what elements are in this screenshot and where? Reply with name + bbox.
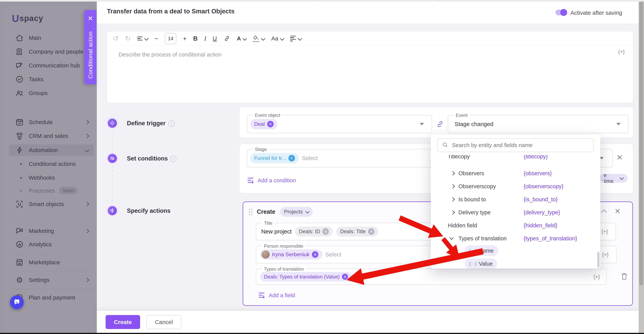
info-icon[interactable]: i	[168, 120, 175, 127]
drawer-close-button[interactable]: ✕	[84, 14, 96, 22]
font-size-value[interactable]: 14	[165, 33, 176, 44]
footer-bar: Create Cancel	[97, 311, 639, 333]
remove-chip-icon[interactable]: ✕	[288, 155, 295, 161]
redo-button[interactable]: ↻	[125, 34, 131, 42]
add-field-button[interactable]: Add a field	[259, 292, 295, 299]
person-chip[interactable]: Iryna Serbeniuk ✕	[260, 249, 322, 260]
remove-chip-icon[interactable]: ✕	[322, 228, 329, 235]
description-placeholder: Describe the process of conditional acti…	[119, 51, 222, 58]
undo-button[interactable]: ↺	[113, 34, 118, 42]
chevron-down-icon	[298, 36, 302, 41]
dropdown-subrow-value[interactable]: {···} Value	[464, 258, 497, 269]
add-condition-button[interactable]: Add a condition	[248, 177, 296, 184]
event-field[interactable]: Event Stage changed	[448, 115, 628, 133]
remove-action-button[interactable]: ✕	[614, 208, 620, 215]
conditions-step-icon	[106, 152, 118, 165]
highlight-color-button[interactable]	[253, 35, 265, 42]
dropdown-search[interactable]	[438, 138, 594, 152]
drag-handle[interactable]	[249, 209, 252, 215]
chevron-right-icon	[450, 184, 455, 189]
types-of-translation-field[interactable]: Types of translation Deals: Types of tra…	[256, 269, 606, 285]
remove-chip-icon[interactable]: ✕	[368, 228, 374, 235]
create-button[interactable]: Create	[106, 315, 140, 329]
action-create-label: Create	[257, 208, 276, 215]
activate-toggle-label: Activate after saving	[570, 9, 622, 16]
chevron-down-icon	[305, 209, 310, 214]
dropdown-subrow-name[interactable]: {···} Name	[464, 245, 498, 256]
chevron-right-icon	[450, 210, 455, 215]
dropdown-row-titlecopy[interactable]: Titlecopy {titlecopy}	[431, 155, 600, 162]
window-scrollbar-track[interactable]	[639, 1, 644, 333]
insert-token-button[interactable]: {+}	[602, 252, 608, 258]
window-scrollbar-thumb[interactable]	[639, 1, 643, 285]
italic-button[interactable]: I	[204, 35, 206, 42]
title-chip-deals-title[interactable]: Deals: Title ✕	[336, 227, 378, 237]
link-fields-icon[interactable]	[436, 120, 444, 129]
dropdown-row-types-of-translation[interactable]: Types of translation {types_of_translati…	[431, 232, 600, 245]
chevron-down-icon	[261, 36, 266, 41]
dropdown-list: Titlecopy {titlecopy} Observers {observe…	[431, 155, 600, 269]
action-entity-select[interactable]: Projects	[280, 207, 313, 217]
insert-token-button[interactable]: {+}	[618, 49, 625, 55]
drawer-header: Transfer data from a deal to Smart Objec…	[97, 1, 639, 24]
font-color-icon: A	[237, 35, 241, 42]
stage-chip-funnel[interactable]: Funnel for tr... ✕	[250, 153, 299, 163]
insert-token-button[interactable]: {+}	[594, 274, 600, 280]
list-format-button[interactable]	[290, 36, 301, 41]
bold-button[interactable]: B	[193, 35, 198, 42]
chevron-right-icon	[450, 171, 455, 176]
remove-chip-icon[interactable]: ✕	[312, 251, 318, 258]
paragraph-format-button[interactable]	[137, 36, 148, 41]
activate-toggle[interactable]	[556, 9, 566, 15]
chevron-down-icon	[450, 236, 454, 240]
description-input[interactable]: Describe the process of conditional acti…	[107, 46, 633, 103]
remove-chip-icon[interactable]: ✕	[342, 274, 348, 280]
event-object-field[interactable]: Event object Deal ✕	[247, 115, 432, 133]
page-title: Transfer data from a deal to Smart Objec…	[107, 8, 234, 15]
remove-condition-button[interactable]: ✕	[616, 154, 623, 161]
event-object-chip-deal[interactable]: Deal ✕	[250, 119, 278, 129]
text-style-button[interactable]: Aa	[271, 35, 284, 42]
dropdown-row-observers[interactable]: Observers {observers}	[431, 167, 600, 180]
chat-icon	[13, 299, 20, 306]
search-input[interactable]	[452, 142, 589, 149]
trigger-step-icon	[106, 117, 118, 129]
token-braces-icon: {···}	[469, 261, 476, 266]
delete-field-button[interactable]	[620, 272, 628, 282]
avatar	[262, 251, 270, 259]
insert-token-button[interactable]: {+}	[602, 229, 608, 235]
link-button[interactable]	[224, 35, 230, 42]
dropdown-caret-icon	[420, 123, 424, 125]
font-size-decrease-button[interactable]: −	[154, 35, 158, 42]
title-chip-deals-id[interactable]: Deals: ID ✕	[295, 227, 333, 237]
chevron-right-icon	[450, 197, 455, 202]
text-style-icon: Aa	[271, 35, 278, 42]
font-size-increase-button[interactable]: +	[183, 35, 187, 42]
dropdown-row-is-bound-to[interactable]: Is bound to {is_bound_to}	[431, 193, 600, 206]
title-text: New project	[261, 228, 292, 235]
browser-bottom-bar	[0, 333, 644, 334]
dropdown-row-observerscopy[interactable]: Observerscopy {observerscopy}	[431, 180, 600, 193]
chevron-down-icon	[620, 176, 624, 180]
dropdown-row-hidden-field[interactable]: Hidden field {hidden_field}	[431, 219, 600, 232]
underline-button[interactable]: U	[213, 35, 217, 42]
modal-overlay[interactable]	[0, 0, 97, 334]
chevron-down-icon	[243, 36, 247, 41]
font-color-button[interactable]: A	[237, 35, 246, 42]
info-icon[interactable]: i	[170, 156, 176, 162]
support-chat-button[interactable]	[10, 295, 24, 309]
dropdown-scrollbar[interactable]	[597, 252, 600, 268]
token-braces-icon: {···}	[469, 248, 476, 253]
cancel-button[interactable]: Cancel	[146, 315, 181, 329]
chevron-down-icon	[280, 36, 284, 41]
add-list-icon	[248, 178, 254, 183]
dropdown-caret-icon	[616, 123, 620, 125]
paint-bucket-icon	[253, 35, 259, 42]
dropdown-row-delivery-type[interactable]: Delivery type {delivery_type}	[431, 206, 600, 219]
stage-select-placeholder: Select	[302, 155, 318, 161]
add-list-icon	[259, 293, 265, 298]
types-chip[interactable]: Deals: Types of translation (Value) ✕	[260, 272, 352, 282]
remove-chip-icon[interactable]: ✕	[267, 121, 274, 127]
condition-time-chip[interactable]: e time	[600, 174, 628, 183]
drawer-tab-conditional-action: ✕ Conditional action	[84, 10, 96, 84]
